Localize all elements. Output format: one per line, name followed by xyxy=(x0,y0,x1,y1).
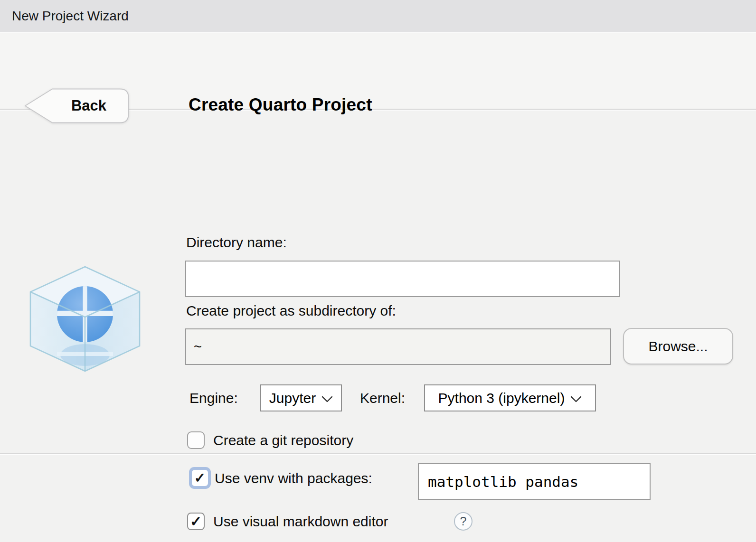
browse-button[interactable]: Browse... xyxy=(623,328,733,364)
kernel-label: Kernel: xyxy=(360,390,405,406)
window-title: New Project Wizard xyxy=(12,9,129,24)
wizard-body: Directory name: Create project as subdir… xyxy=(0,110,756,454)
subdirectory-label: Create project as subdirectory of: xyxy=(186,303,396,319)
directory-name-label: Directory name: xyxy=(186,234,287,251)
quarto-project-icon xyxy=(21,259,149,381)
new-project-wizard-dialog: New Project Wizard Back Create Quarto Pr… xyxy=(0,0,756,542)
chevron-down-icon xyxy=(570,396,582,402)
engine-select[interactable]: Jupyter xyxy=(260,384,342,411)
git-repository-checkbox[interactable] xyxy=(187,431,205,449)
kernel-select[interactable]: Python 3 (ipykernel) xyxy=(424,384,596,411)
directory-name-input[interactable] xyxy=(185,261,620,297)
subdirectory-value: ~ xyxy=(194,339,202,355)
chevron-down-icon xyxy=(321,396,333,402)
engine-label: Engine: xyxy=(189,390,238,406)
engine-selected-value: Jupyter xyxy=(269,390,316,406)
wizard-header: Back Create Quarto Project xyxy=(0,33,756,110)
window-titlebar: New Project Wizard xyxy=(0,0,756,32)
git-repository-label: Create a git repository xyxy=(213,432,353,449)
wizard-footer: Open in new session Create Project Cance… xyxy=(0,456,756,542)
subdirectory-input[interactable]: ~ xyxy=(185,328,611,365)
kernel-selected-value: Python 3 (ipykernel) xyxy=(438,390,565,406)
browse-button-label: Browse... xyxy=(648,338,708,355)
